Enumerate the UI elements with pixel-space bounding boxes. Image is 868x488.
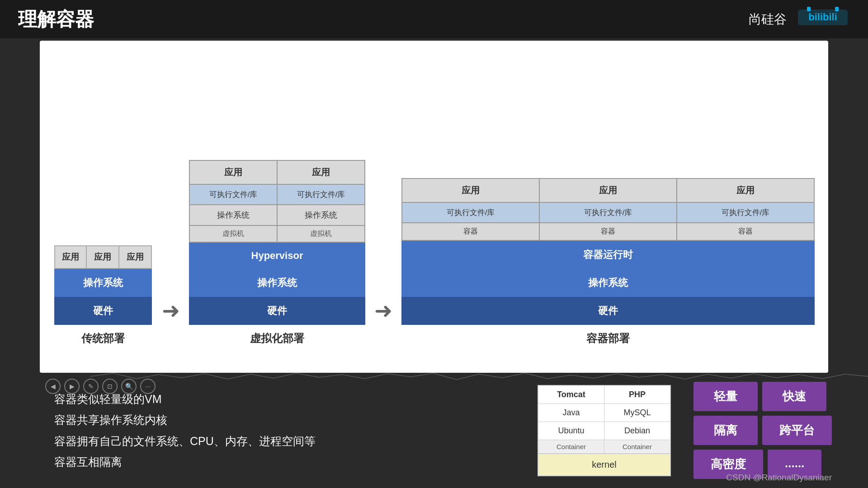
vm2: 应用 可执行文件/库 操作系统 虚拟机 xyxy=(278,161,364,242)
badge-fast: 快速 xyxy=(762,382,826,411)
top-bar: 理解容器 尚硅谷 bilibili xyxy=(0,0,868,38)
cont1-exec: 可执行文件/库 xyxy=(402,203,539,223)
cont1-app: 应用 xyxy=(402,179,539,203)
vm1: 应用 可执行文件/库 操作系统 虚拟机 xyxy=(190,161,277,242)
text-line-3: 容器拥有自己的文件系统、CPU、内存、进程空间等 xyxy=(54,432,519,451)
cont1-label: 容器 xyxy=(402,223,539,240)
cont-label: 容器部署 xyxy=(586,331,630,346)
csdn-label: CSDN @RationalDysaniaer xyxy=(726,473,832,483)
vm1-app: 应用 xyxy=(190,161,277,185)
trad-app-1: 应用 xyxy=(54,245,87,269)
logo-area: 尚硅谷 bilibili xyxy=(749,6,850,33)
badge-lightweight: 轻量 xyxy=(693,382,758,411)
prev-btn[interactable]: ◀ xyxy=(45,379,61,394)
waveform-svg xyxy=(90,372,868,380)
vm2-app: 应用 xyxy=(278,161,364,185)
diag-col2-header: Container xyxy=(604,440,670,453)
vm1-label: 虚拟机 xyxy=(190,226,277,242)
cont2-label: 容器 xyxy=(540,223,676,240)
text-line-2: 容器共享操作系统内核 xyxy=(54,410,519,430)
badge-row-2: 隔离 跨平台 xyxy=(693,416,832,445)
more-btn[interactable]: ··· xyxy=(140,379,156,394)
virt-label: 虚拟化部署 xyxy=(250,331,304,346)
diag-debian: Debian xyxy=(604,422,670,440)
virtual-column: 应用 可执行文件/库 操作系统 虚拟机 应用 可执行文件/库 操作系统 虚拟机 … xyxy=(189,160,365,346)
bilibili-icon: bilibili xyxy=(796,6,850,28)
svg-text:bilibili: bilibili xyxy=(808,11,837,23)
logo-bilibili: bilibili xyxy=(796,6,850,33)
badge-isolate: 隔离 xyxy=(693,416,758,445)
cont1: 应用 可执行文件/库 容器 xyxy=(402,179,539,240)
diag-col2: PHP MySQL Debian Container xyxy=(604,386,670,453)
container-runtime: 容器运行时 xyxy=(401,241,815,269)
trad-hardware: 硬件 xyxy=(54,297,152,325)
container-diagram: Tomcat Java Ubuntu Container PHP MySQL D… xyxy=(538,385,671,476)
trad-os: 操作系统 xyxy=(54,269,152,297)
vm2-exec: 可执行文件/库 xyxy=(278,185,364,205)
virt-os: 操作系统 xyxy=(189,269,365,297)
diag-php: PHP xyxy=(604,386,670,404)
arrow-1: ➜ xyxy=(153,298,189,368)
cont2-app: 应用 xyxy=(540,179,676,203)
badge-crossplatform: 跨平台 xyxy=(762,416,832,445)
cont-hardware: 硬件 xyxy=(401,297,815,325)
trad-app-2: 应用 xyxy=(87,245,119,269)
cont3-label: 容器 xyxy=(677,223,814,240)
trad-label: 传统部署 xyxy=(81,331,125,346)
edit-btn[interactable]: ✎ xyxy=(83,379,99,394)
diag-mysql: MySQL xyxy=(604,404,670,422)
diag-kernel: kernel xyxy=(538,453,670,475)
diag-ubuntu: Ubuntu xyxy=(538,422,604,440)
waveform xyxy=(90,372,868,380)
cont3: 应用 可执行文件/库 容器 xyxy=(677,179,814,240)
vm2-label: 虚拟机 xyxy=(278,226,364,242)
vm-group: 应用 可执行文件/库 操作系统 虚拟机 应用 可执行文件/库 操作系统 虚拟机 xyxy=(189,160,365,243)
diag-java: Java xyxy=(538,404,604,422)
traditional-column: 应用 应用 应用 操作系统 硬件 传统部署 xyxy=(53,245,153,346)
arrow-2: ➜ xyxy=(365,298,401,368)
page-title: 理解容器 xyxy=(18,7,94,32)
diag-col1: Tomcat Java Ubuntu Container xyxy=(538,386,604,453)
grid-btn[interactable]: ⊡ xyxy=(102,379,118,394)
badge-row-1: 轻量 快速 xyxy=(693,382,832,411)
trad-app-3: 应用 xyxy=(119,245,152,269)
virt-hardware: 硬件 xyxy=(189,297,365,325)
trad-apps-row: 应用 应用 应用 xyxy=(54,245,152,269)
vm1-os: 操作系统 xyxy=(190,205,277,226)
cont-os: 操作系统 xyxy=(401,269,815,297)
container-column: 应用 可执行文件/库 容器 应用 可执行文件/库 容器 应用 可执行文件/库 容… xyxy=(401,178,815,346)
text-line-4: 容器互相隔离 xyxy=(54,452,519,472)
hypervisor: Hypervisor xyxy=(189,243,365,269)
vm1-exec: 可执行文件/库 xyxy=(190,185,277,205)
diag-tomcat: Tomcat xyxy=(538,386,604,404)
search-btn[interactable]: 🔍 xyxy=(121,379,137,394)
logo-shangu: 尚硅谷 xyxy=(749,11,787,28)
cont-group: 应用 可执行文件/库 容器 应用 可执行文件/库 容器 应用 可执行文件/库 容… xyxy=(401,178,815,241)
cont3-exec: 可执行文件/库 xyxy=(677,203,814,223)
diag-top-row: Tomcat Java Ubuntu Container PHP MySQL D… xyxy=(538,386,670,453)
cont2: 应用 可执行文件/库 容器 xyxy=(540,179,676,240)
diag-col1-header: Container xyxy=(538,440,604,453)
badge-area: 轻量 快速 隔离 跨平台 高密度 ...... xyxy=(693,382,832,479)
cont3-app: 应用 xyxy=(677,179,814,203)
bottom-text-area: 容器类似轻量级的VM 容器共享操作系统内核 容器拥有自己的文件系统、CPU、内存… xyxy=(54,389,519,472)
next-btn[interactable]: ▶ xyxy=(64,379,80,394)
slide-area: 应用 应用 应用 操作系统 硬件 传统部署 ➜ 应用 可执行文件/库 操作系统 xyxy=(40,41,828,373)
cont2-exec: 可执行文件/库 xyxy=(540,203,676,223)
svg-rect-2 xyxy=(807,7,811,11)
vm2-os: 操作系统 xyxy=(278,205,364,226)
svg-rect-3 xyxy=(835,7,839,11)
media-controls[interactable]: ◀ ▶ ✎ ⊡ 🔍 ··· xyxy=(45,379,156,394)
